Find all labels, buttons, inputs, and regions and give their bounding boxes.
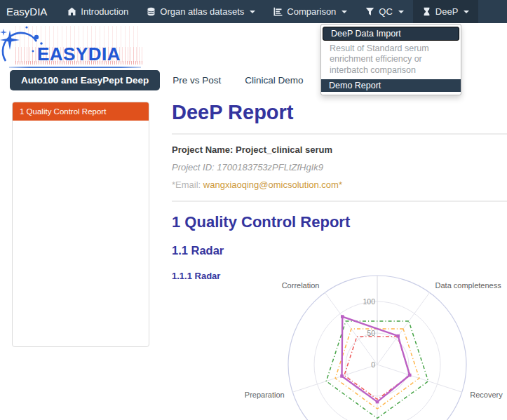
radar-tick-label: 100 xyxy=(363,297,375,306)
project-email-line: *Email: wangxiaoqing@omicsolution.com* xyxy=(172,179,507,190)
page: EasyDIA Introduction Organ atlas dataset… xyxy=(0,0,507,420)
radar-tick-label: 50 xyxy=(367,329,375,337)
easydia-logo-text: EASYDIA xyxy=(37,43,121,65)
email-link[interactable]: wangxiaoqing@omicsolution.com* xyxy=(203,179,342,190)
radar-axis-label: Correlation xyxy=(282,281,320,290)
nav-item-comparison[interactable]: Comparison xyxy=(264,0,356,23)
caret-down-icon xyxy=(250,11,255,13)
radar-axis-label: Preparation xyxy=(245,391,285,399)
nav-label: Introduction xyxy=(81,6,128,17)
radar-marker xyxy=(340,374,344,378)
radar-marker xyxy=(396,334,400,338)
section-heading-radar: 1.1 Radar xyxy=(172,244,507,257)
deep-dropdown-menu: DeeP Data Import Result of Standard seru… xyxy=(320,24,461,95)
email-prefix: *Email: xyxy=(172,179,203,190)
radar-axis-label: Data completeness xyxy=(435,281,502,290)
divider xyxy=(172,201,507,202)
top-navbar: EasyDIA Introduction Organ atlas dataset… xyxy=(0,0,507,23)
divider xyxy=(172,133,507,135)
caret-down-icon xyxy=(398,11,404,13)
report-main: DeeP Report Project Name: Project_clinic… xyxy=(172,98,507,287)
menu-item-deep-data-import[interactable]: DeeP Data Import xyxy=(323,27,459,41)
nav-label: QC xyxy=(379,6,393,17)
nav-label: Organ atlas datasets xyxy=(160,6,244,17)
nav-item-qc[interactable]: QC xyxy=(356,0,413,23)
nav-item-introduction[interactable]: Introduction xyxy=(58,0,137,23)
tab-auto100-easypept-deep[interactable]: Auto100 and EasyPept Deep xyxy=(10,70,160,90)
page-title: DeeP Report xyxy=(172,101,507,124)
radar-marker xyxy=(376,400,379,404)
radar-marker xyxy=(341,315,344,318)
radar-tick-label: 0 xyxy=(371,360,375,369)
brand[interactable]: EasyDIA xyxy=(0,0,58,23)
home-icon xyxy=(67,7,76,16)
database-icon xyxy=(147,7,156,16)
logo-underline xyxy=(9,67,141,68)
caret-down-icon xyxy=(342,11,347,13)
tab-pre-vs-post[interactable]: Pre vs Post xyxy=(161,70,232,90)
menu-item-standard-serum-result[interactable]: Result of Standard serum enrichment effi… xyxy=(321,41,461,79)
radar-axis-label: Recovery xyxy=(470,391,503,399)
section-heading-qc-report: 1 Quality Control Report xyxy=(172,213,507,231)
hourglass-icon xyxy=(422,7,431,16)
nav-label: Comparison xyxy=(287,6,336,17)
nav-label: DeeP xyxy=(435,6,459,17)
project-name: Project Name: Project_clinical serum xyxy=(172,144,507,155)
sidebar-item-quality-control-report[interactable]: 1 Quality Control Report xyxy=(13,102,149,121)
project-id: Project ID: 1700183753zPFLtZfHgIk9 xyxy=(172,162,507,172)
caret-down-icon xyxy=(464,11,469,13)
tab-clinical-demo[interactable]: Clinical Demo xyxy=(234,70,314,90)
nav-item-deep[interactable]: DeeP xyxy=(413,0,479,23)
menu-item-demo-report[interactable]: Demo Report xyxy=(321,79,461,92)
nav-item-organ-atlas-datasets[interactable]: Organ atlas datasets xyxy=(137,0,264,23)
bar-chart-icon xyxy=(273,7,283,16)
radar-chart: 050100Data completenessCorrelationPrepar… xyxy=(0,261,507,420)
filter-icon xyxy=(365,7,374,16)
radar-marker xyxy=(408,374,412,377)
